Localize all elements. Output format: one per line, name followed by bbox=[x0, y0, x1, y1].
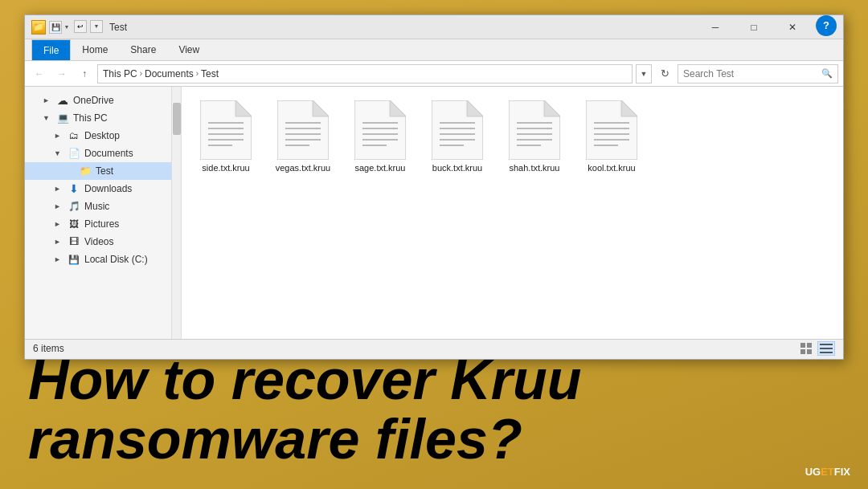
svg-marker-1 bbox=[235, 100, 252, 116]
sidebar-label-downloads: Downloads bbox=[84, 183, 132, 194]
refresh-button[interactable]: ↻ bbox=[655, 64, 674, 84]
customize-icon[interactable]: ▼ bbox=[90, 20, 103, 33]
file-icon-shah bbox=[509, 100, 560, 160]
file-name-buck: buck.txt.kruu bbox=[432, 163, 482, 173]
detail-view-button[interactable] bbox=[817, 341, 835, 356]
file-view: side.txt.kruu vegas.txt.kruu bbox=[182, 87, 843, 339]
search-box[interactable]: 🔍 bbox=[678, 64, 838, 84]
documents-icon: 📄 bbox=[67, 147, 81, 160]
file-name-shah: shah.txt.kruu bbox=[510, 163, 560, 173]
svg-rect-42 bbox=[800, 343, 805, 348]
svg-rect-45 bbox=[807, 349, 812, 354]
up-button[interactable]: ↑ bbox=[75, 64, 94, 84]
sidebar-item-videos[interactable]: ► 🎞 Videos bbox=[25, 233, 181, 251]
file-item-kool[interactable]: kool.txt.kruu bbox=[575, 95, 648, 178]
file-item-side[interactable]: side.txt.kruu bbox=[190, 95, 262, 178]
file-name-kool: kool.txt.kruu bbox=[588, 163, 635, 173]
watermark-ug: UG bbox=[805, 466, 821, 478]
expand-arrow-icon: ► bbox=[54, 202, 65, 210]
sidebar-label-thispc: This PC bbox=[73, 112, 108, 124]
file-icon-vegas bbox=[277, 100, 329, 160]
item-count: 6 items bbox=[33, 343, 64, 354]
expand-arrow-icon: ▼ bbox=[54, 149, 65, 157]
expand-arrow-icon: ► bbox=[54, 132, 65, 140]
back-button[interactable]: ← bbox=[30, 64, 49, 84]
file-item-buck[interactable]: buck.txt.kruu bbox=[421, 95, 493, 178]
help-button[interactable]: ? bbox=[816, 15, 837, 36]
sidebar-label-music: Music bbox=[84, 201, 109, 212]
search-input[interactable] bbox=[683, 68, 821, 79]
quick-access-folder-icon: 📁 bbox=[31, 20, 46, 35]
onedrive-icon: ☁ bbox=[55, 94, 70, 107]
downloads-icon: ⬇ bbox=[67, 182, 81, 195]
sidebar-item-localdisk[interactable]: ► 💾 Local Disk (C:) bbox=[25, 251, 181, 268]
address-bar: ← → ↑ This PC › Documents › Test ▼ ↻ 🔍 bbox=[25, 61, 843, 87]
test-folder-icon: 📁 bbox=[78, 165, 92, 177]
expand-arrow-icon: ► bbox=[54, 255, 65, 263]
ribbon: File Home Share View bbox=[25, 39, 843, 61]
sidebar-item-documents[interactable]: ▼ 📄 Documents bbox=[25, 145, 181, 162]
svg-marker-15 bbox=[390, 100, 406, 116]
titlebar: 📁 💾 ▼ ↩ ▼ Test ─ □ ✕ ? bbox=[25, 15, 843, 39]
file-item-vegas[interactable]: vegas.txt.kruu bbox=[267, 95, 339, 178]
sidebar-item-pictures[interactable]: ► 🖼 Pictures bbox=[25, 215, 181, 233]
tab-file[interactable]: File bbox=[31, 39, 71, 60]
path-test[interactable]: Test bbox=[201, 68, 219, 79]
sidebar-item-desktop[interactable]: ► 🗂 Desktop bbox=[25, 127, 181, 145]
svg-rect-43 bbox=[807, 343, 812, 348]
quick-access-save[interactable]: 💾 ▼ bbox=[49, 20, 71, 35]
file-item-sage[interactable]: sage.txt.kruu bbox=[344, 95, 416, 178]
tab-share[interactable]: Share bbox=[119, 39, 167, 60]
maximize-button[interactable]: □ bbox=[735, 15, 772, 39]
svg-marker-36 bbox=[621, 100, 637, 116]
view-buttons bbox=[798, 341, 835, 356]
desktop-icon: 🗂 bbox=[67, 129, 81, 142]
undo-icon[interactable]: ↩ bbox=[74, 20, 87, 33]
sidebar-item-onedrive[interactable]: ► ☁ OneDrive bbox=[25, 92, 181, 109]
tab-home[interactable]: Home bbox=[71, 39, 119, 60]
file-name-vegas: vegas.txt.kruu bbox=[276, 163, 330, 173]
expand-arrow-icon: ► bbox=[54, 238, 65, 246]
sidebar-scrollbar[interactable] bbox=[171, 87, 181, 339]
path-documents[interactable]: Documents bbox=[145, 68, 194, 79]
file-icon-side bbox=[200, 100, 252, 160]
file-icon-sage bbox=[354, 100, 406, 160]
tab-view[interactable]: View bbox=[167, 39, 211, 60]
large-icons-view-button[interactable] bbox=[798, 341, 816, 356]
close-button[interactable]: ✕ bbox=[774, 15, 811, 39]
sidebar-item-thispc[interactable]: ▼ 💻 This PC bbox=[25, 109, 181, 127]
pictures-icon: 🖼 bbox=[67, 218, 81, 230]
sidebar-item-test[interactable]: 📁 Test bbox=[25, 162, 181, 180]
sidebar-label-documents: Documents bbox=[84, 148, 133, 159]
svg-marker-22 bbox=[467, 100, 483, 116]
search-icon[interactable]: 🔍 bbox=[821, 68, 833, 79]
file-name-side: side.txt.kruu bbox=[202, 163, 249, 173]
watermark-et: ET bbox=[821, 466, 834, 478]
quick-access-toolbar: 📁 💾 ▼ ↩ ▼ bbox=[31, 20, 103, 35]
thispc-icon: 💻 bbox=[55, 112, 70, 124]
videos-icon: 🎞 bbox=[67, 235, 81, 248]
watermark: UG ET FIX bbox=[805, 466, 850, 478]
sidebar-label-test: Test bbox=[96, 165, 113, 177]
dropdown-arrow-icon[interactable]: ▼ bbox=[63, 23, 71, 31]
minimize-button[interactable]: ─ bbox=[697, 15, 734, 39]
window-controls: ─ □ ✕ ? bbox=[697, 15, 837, 39]
watermark-fix: FIX bbox=[834, 466, 850, 478]
address-path[interactable]: This PC › Documents › Test bbox=[97, 64, 633, 84]
forward-button[interactable]: → bbox=[52, 64, 72, 84]
path-dropdown-button[interactable]: ▼ bbox=[636, 64, 652, 84]
localdisk-icon: 💾 bbox=[67, 253, 81, 266]
status-bar: 6 items bbox=[25, 339, 843, 357]
svg-rect-47 bbox=[820, 348, 833, 349]
article-title-line1: How to recover Kruu ransomware files? bbox=[28, 351, 840, 469]
file-item-shah[interactable]: shah.txt.kruu bbox=[498, 95, 571, 178]
sidebar-label-localdisk: Local Disk (C:) bbox=[84, 254, 148, 265]
sidebar-item-music[interactable]: ► 🎵 Music bbox=[25, 198, 181, 215]
path-this-pc[interactable]: This PC bbox=[103, 68, 137, 79]
save-icon[interactable]: 💾 bbox=[49, 21, 62, 34]
sidebar-label-desktop: Desktop bbox=[84, 130, 120, 141]
music-icon: 🎵 bbox=[67, 200, 81, 213]
sidebar-item-downloads[interactable]: ► ⬇ Downloads bbox=[25, 180, 181, 198]
sidebar: ► ☁ OneDrive ▼ 💻 This PC ► 🗂 Desktop ▼ 📄… bbox=[25, 87, 182, 339]
main-area: ► ☁ OneDrive ▼ 💻 This PC ► 🗂 Desktop ▼ 📄… bbox=[25, 87, 843, 339]
